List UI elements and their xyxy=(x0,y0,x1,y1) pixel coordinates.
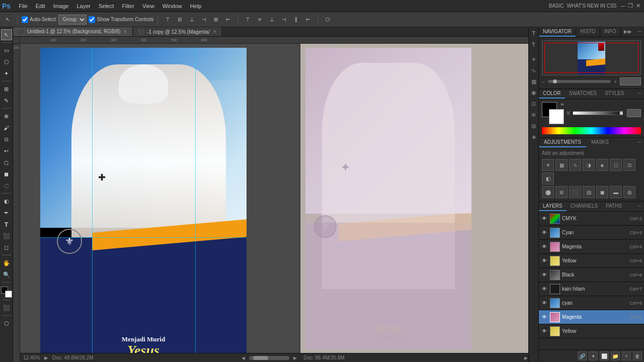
levels-side-icon[interactable]: ▦ xyxy=(530,77,538,85)
tab-histogram[interactable]: HISTO xyxy=(576,27,600,37)
doc-tab-1[interactable]: ⬛ Untitled-1 @ 12.5% (Background, RGB/8)… xyxy=(13,27,133,36)
fg-bg-colors[interactable] xyxy=(1,287,12,298)
exposure-adj[interactable]: ◑ xyxy=(583,159,595,171)
selectivecolor-adj[interactable]: ◍ xyxy=(623,186,635,198)
auto-select-dropdown[interactable]: Group Layer xyxy=(58,15,87,25)
k-slider[interactable] xyxy=(573,111,625,115)
doc-tab-2-close[interactable]: ✕ xyxy=(213,29,217,34)
colorbalance-adj[interactable]: ⚖ xyxy=(623,159,635,171)
tab-swatches[interactable]: SWATCHES xyxy=(565,89,601,99)
tab-adjustments[interactable]: ADJUSTMENTS xyxy=(539,138,586,147)
layer-eye-cyan-lower[interactable]: 👁 xyxy=(541,300,548,307)
layer-eye-kain[interactable]: 👁 xyxy=(541,286,548,293)
curves-side-icon[interactable]: ∿ xyxy=(530,66,538,74)
dist-hcenter-btn[interactable]: ‖ xyxy=(290,14,301,25)
tab-layers[interactable]: LAYERS xyxy=(539,202,567,211)
lasso-tool[interactable]: ⬡ xyxy=(1,56,12,67)
minimize-icon[interactable]: ─ xyxy=(621,3,625,9)
layer-cmyk[interactable]: 👁 CMYK Ctrl+2 xyxy=(539,212,644,226)
delete-layer-btn[interactable]: 🗑 xyxy=(633,351,642,360)
layer-eye-yellow-1[interactable]: 👁 xyxy=(541,257,548,264)
zoom-tool[interactable]: 🔍 xyxy=(1,269,12,280)
gradient-tool[interactable]: ◼ xyxy=(1,168,12,179)
layer-eye-yellow-last[interactable]: 👁 xyxy=(541,328,548,335)
hsl-adj[interactable]: ⬡ xyxy=(610,159,622,171)
move-tool-btn[interactable]: ↖ xyxy=(2,14,13,25)
layer-yellow-last[interactable]: 👁 Yellow xyxy=(539,324,644,338)
type-tool[interactable]: T xyxy=(1,219,12,230)
h-scrollbar-track-left[interactable] xyxy=(249,356,289,360)
clone-side-icon[interactable]: ⊕ xyxy=(530,111,538,119)
tab-channels[interactable]: CHANNELS xyxy=(567,202,602,211)
k-slider-thumb[interactable] xyxy=(619,111,623,115)
scroll-left-arrow-r[interactable]: ▶ xyxy=(524,355,528,360)
layer-eye-cmyk[interactable]: 👁 xyxy=(541,215,548,222)
layer-eye-cyan[interactable]: 👁 xyxy=(541,229,548,236)
bw-adj[interactable]: ◧ xyxy=(542,172,554,185)
brush-tool[interactable]: 🖌 xyxy=(1,122,12,133)
layer-magenta-active[interactable]: 👁 Magenta Ctrl+9 xyxy=(539,310,644,324)
tab-info[interactable]: INFO xyxy=(600,27,621,37)
dist-right-btn[interactable]: ⊢ xyxy=(302,14,313,25)
move-tool[interactable]: ↖ xyxy=(1,29,12,40)
brightness-side-icon[interactable]: ☀ xyxy=(530,55,538,63)
layer-yellow-1[interactable]: 👁 Yellow Ctrl+5 xyxy=(539,254,644,268)
layer-black[interactable]: 👁 Black Ctrl+6 xyxy=(539,268,644,282)
h-scrollbar-thumb-left[interactable] xyxy=(253,356,268,360)
layer-kain-hitam[interactable]: 👁 kain hitam Ctrl+7 xyxy=(539,282,644,296)
menu-file[interactable]: File xyxy=(15,2,32,10)
new-layer-btn[interactable]: + xyxy=(622,351,631,360)
colorwheel-side-icon[interactable]: ◉ xyxy=(530,88,538,97)
quick-select-tool[interactable]: ✦ xyxy=(1,68,12,79)
levels-adj[interactable]: ▦ xyxy=(555,159,568,171)
dist-vcenter-btn[interactable]: ≡ xyxy=(254,14,265,25)
invert-adj[interactable]: ⬛ xyxy=(569,186,581,198)
dist-top-btn[interactable]: ⊤ xyxy=(242,14,253,25)
swap-colors-btn[interactable]: ⇆ xyxy=(560,102,564,107)
align-left-btn[interactable]: ⊣ xyxy=(198,14,209,25)
tab-masks[interactable]: MASKS xyxy=(586,138,614,147)
history-brush-tool[interactable]: ↩ xyxy=(1,145,12,156)
posterize-adj[interactable]: ▤ xyxy=(583,186,595,198)
crop-tool[interactable]: ⊞ xyxy=(1,83,12,95)
background-swatch[interactable] xyxy=(549,109,564,124)
menu-filter[interactable]: Filter xyxy=(118,2,138,10)
path-select-tool[interactable]: ⬛ xyxy=(1,230,12,241)
nav-zoom-out[interactable]: – xyxy=(542,79,545,84)
eyedropper-tool[interactable]: ✎ xyxy=(1,95,12,106)
navigator-menu[interactable]: ▶▶ xyxy=(621,27,635,37)
restore-icon[interactable]: ❐ xyxy=(628,3,633,9)
background-color[interactable] xyxy=(5,291,12,298)
whats-new-label[interactable]: WHAT'S NEW IN CS5 xyxy=(567,3,616,9)
align-bottom-btn[interactable]: ⊥ xyxy=(186,14,197,25)
dist-left-btn[interactable]: ⊣ xyxy=(278,14,289,25)
palette-side-icon[interactable]: ◍ xyxy=(530,122,538,130)
align-right-btn[interactable]: ⊢ xyxy=(222,14,233,25)
tab-navigator[interactable]: NAVIGATOR xyxy=(539,27,576,37)
eraser-tool[interactable]: ◻ xyxy=(1,157,12,168)
nav-zoom-slider[interactable] xyxy=(548,80,611,83)
close-icon[interactable]: ✕ xyxy=(636,3,640,9)
vibrance-adj[interactable]: ◈ xyxy=(596,159,608,171)
align-top-btn[interactable]: ⊤ xyxy=(162,14,173,25)
tab-color[interactable]: COLOR xyxy=(539,89,565,99)
marquee-tool[interactable]: ▭ xyxy=(1,45,12,56)
add-style-btn[interactable]: ✦ xyxy=(589,351,598,360)
doc-tab-1-close[interactable]: ✕ xyxy=(123,29,127,34)
add-mask-btn[interactable]: ⬜ xyxy=(600,351,609,360)
nav-zoom-thumb[interactable] xyxy=(553,79,557,83)
brightness-adj[interactable]: ☀ xyxy=(542,159,554,171)
screen-mode-btn[interactable]: ⬡ xyxy=(1,318,12,329)
hand-tool[interactable]: 🖐 xyxy=(1,257,12,268)
auto-select-checkbox[interactable] xyxy=(22,15,28,25)
paragraph-options-icon[interactable]: ¶ xyxy=(530,40,538,48)
dist-bottom-btn[interactable]: ⊥ xyxy=(266,14,277,25)
layers-expand[interactable]: ─ xyxy=(634,202,644,211)
layer-cyan-lower[interactable]: 👁 cyan Ctrl+8 xyxy=(539,296,644,310)
align-vcenter-btn[interactable]: ⊟ xyxy=(174,14,185,25)
pen-tool[interactable]: ✒ xyxy=(1,207,12,218)
nav-zoom-in[interactable]: + xyxy=(614,79,617,84)
quick-mask-btn[interactable]: ⬛ xyxy=(1,302,12,313)
arrange-btn[interactable]: ⬡ xyxy=(322,14,333,25)
type-options-icon[interactable]: T xyxy=(530,29,538,37)
